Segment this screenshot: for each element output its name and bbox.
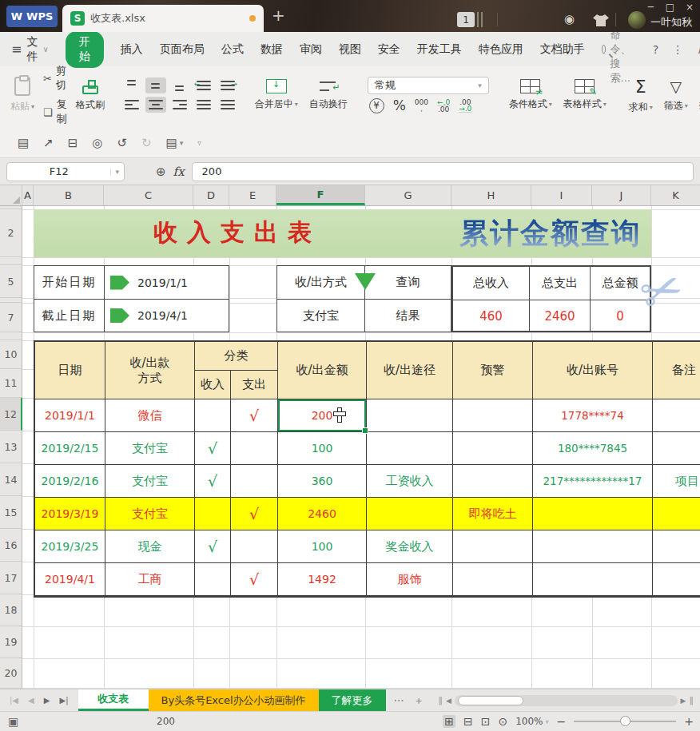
increase-indent-button[interactable]: → (217, 77, 238, 93)
print-button[interactable]: ⊟ (68, 136, 78, 150)
scrollbar-splitter[interactable]: ‖ (690, 695, 694, 705)
tab-security[interactable]: 安全 (378, 42, 400, 57)
cell-amount[interactable]: 100 (278, 432, 367, 465)
cell-channel[interactable]: 奖金收入 (367, 530, 453, 563)
last-sheet-button[interactable]: ▶| (59, 696, 68, 705)
cell-account[interactable]: 180****7845 (533, 432, 653, 465)
window-count-badge[interactable]: 1 (457, 12, 475, 27)
header-expense[interactable]: 支出 (231, 371, 278, 399)
scroll-left-icon[interactable]: ◀ (446, 697, 451, 705)
sum-button[interactable]: Σ 求和▾ (623, 77, 658, 114)
row-header-5[interactable]: 5 (0, 265, 22, 298)
header-method[interactable]: 收/出款方式 (105, 342, 195, 399)
merge-center-button[interactable]: 合并居中▾ (249, 79, 304, 111)
sheet-list-button[interactable]: ⋯ (394, 694, 404, 706)
header-income[interactable]: 收入 (195, 371, 231, 399)
row-header-12-selected[interactable]: 12 (0, 398, 22, 431)
end-date-cell[interactable]: 2019/4/1 (105, 300, 229, 332)
cell-warning[interactable] (453, 563, 533, 596)
menu-file[interactable]: ≡ 文件 ∨ (11, 35, 49, 64)
minimize-button[interactable]: ─ (648, 1, 654, 14)
distribute-button[interactable] (217, 97, 238, 113)
title-banner[interactable]: 收入支出表 累计金额查询 (34, 209, 651, 257)
row-header-13[interactable]: 13 (0, 431, 22, 463)
decrease-indent-button[interactable]: ← (193, 77, 214, 93)
save-template-button[interactable]: ▤▾ (166, 136, 184, 150)
row-header-10[interactable]: 10 (0, 340, 22, 369)
number-format-select[interactable]: 常规 ▾ (368, 77, 489, 94)
member-badge-icon[interactable]: ◉ (564, 13, 575, 26)
row-header-11[interactable]: 11 (0, 369, 22, 398)
col-header-d[interactable]: D (193, 185, 229, 205)
table-style-button[interactable]: ✎ 表格样式▾ (558, 79, 612, 111)
thousands-separator-button[interactable]: 000, (415, 99, 428, 112)
cell-method[interactable]: 支付宝 (105, 432, 195, 465)
cell-amount[interactable]: 100 (278, 530, 367, 563)
row-header-14[interactable]: 14 (0, 463, 22, 496)
zoom-slider[interactable] (574, 721, 676, 722)
total-income-label[interactable]: 总收入 (453, 267, 530, 300)
cell-warning[interactable] (453, 432, 533, 465)
cell-date[interactable]: 2019/3/19 (35, 498, 105, 530)
result-label[interactable]: 结果 (365, 300, 451, 332)
cell-amount-selected[interactable]: 200 (278, 399, 367, 432)
cell-expense[interactable]: √ (231, 399, 278, 432)
col-header-g[interactable]: G (365, 185, 451, 205)
cell-channel[interactable]: 工资收入 (367, 465, 453, 498)
method-dropdown-icon[interactable] (355, 273, 376, 290)
cell-expense[interactable] (231, 465, 278, 498)
cell-account[interactable] (533, 563, 653, 596)
sheet-tab-active[interactable]: 收支表 (78, 689, 149, 711)
start-date-label[interactable]: 开始日期 (34, 266, 105, 299)
cell-method[interactable]: 微信 (105, 399, 195, 432)
row-header-15[interactable]: 15 (0, 496, 22, 529)
cell-date[interactable]: 2019/2/16 (35, 465, 105, 498)
first-sheet-button[interactable]: |◀ (10, 696, 18, 705)
collapse-ribbon-icon[interactable]: ∧ (697, 43, 700, 56)
print-preview-button[interactable]: ◎ (92, 136, 102, 150)
export-button[interactable]: ↗ (43, 136, 54, 150)
col-header-k[interactable]: K (651, 185, 700, 205)
cell-account[interactable] (533, 530, 653, 563)
zoom-out-button[interactable]: − (557, 715, 567, 728)
cell-date[interactable]: 2019/2/15 (35, 432, 105, 465)
scrollbar-thumb[interactable] (458, 696, 523, 705)
tab-view[interactable]: 视图 (339, 42, 361, 57)
align-right-button[interactable] (169, 97, 190, 113)
row-header-20[interactable]: 20 (0, 658, 22, 689)
scrollbar-track[interactable] (455, 695, 678, 706)
paste-button[interactable]: 粘贴▾ (5, 77, 40, 113)
tab-page-layout[interactable]: 页面布局 (160, 42, 205, 57)
redo-button[interactable]: ↻ (141, 136, 152, 150)
filter-button[interactable]: ▽ 筛选▾ (658, 77, 694, 113)
cell-method[interactable]: 工商 (105, 563, 195, 596)
row-header-17[interactable]: 17 (0, 562, 22, 594)
align-bottom-button[interactable] (169, 77, 190, 93)
sheet-tab-promo[interactable]: By头条号Excel办公小动画制作 (149, 689, 319, 711)
cell-expense[interactable]: √ (231, 498, 278, 530)
align-middle-button[interactable] (145, 77, 166, 93)
col-header-f-selected[interactable]: F (276, 185, 365, 205)
cell-channel[interactable] (367, 399, 453, 432)
cell-expense[interactable] (231, 530, 278, 563)
col-header-b[interactable]: B (34, 185, 104, 205)
prev-sheet-button[interactable]: ◀ (28, 696, 34, 705)
col-header-c[interactable]: C (104, 185, 193, 205)
cell-account[interactable]: 1778****74 (533, 399, 653, 432)
conditional-format-button[interactable]: ≠ 条件格式▾ (503, 79, 558, 111)
percent-button[interactable]: % (393, 97, 406, 113)
cell-income[interactable] (195, 399, 231, 432)
cell-warning[interactable] (453, 465, 533, 498)
cell-income[interactable]: √ (195, 465, 231, 498)
tab-doc-assistant[interactable]: 文档助手 (540, 42, 585, 57)
maximize-button[interactable]: □ (666, 1, 674, 14)
cell-date[interactable]: 2019/1/1 (35, 399, 105, 432)
header-amount[interactable]: 收/出金额 (278, 342, 367, 399)
selection-mode-icon[interactable]: ▣ (8, 715, 18, 728)
user-avatar[interactable] (628, 11, 646, 29)
cell-channel[interactable] (367, 498, 453, 530)
new-tab-button[interactable]: + (272, 6, 285, 24)
cell-note[interactable] (653, 432, 700, 465)
header-category[interactable]: 分类 (195, 342, 278, 371)
cell-amount[interactable]: 2460 (278, 498, 367, 530)
